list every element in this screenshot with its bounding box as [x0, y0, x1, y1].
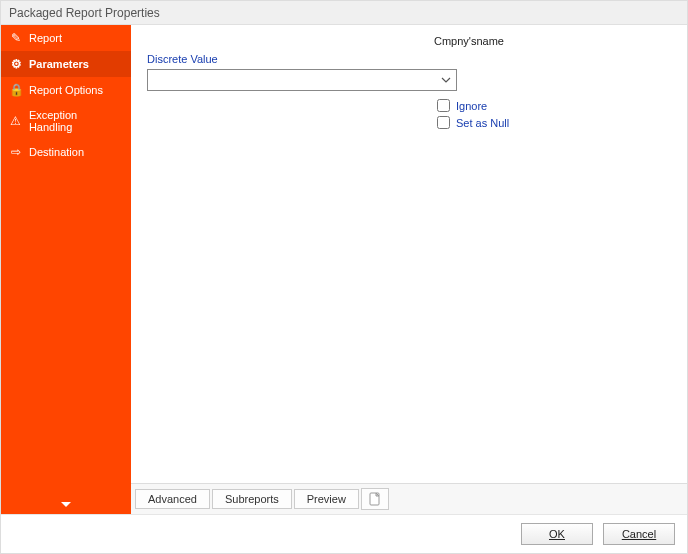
sidebar-item-destination[interactable]: ⇨ Destination: [1, 139, 131, 165]
set-null-label: Set as Null: [456, 117, 509, 129]
tab-subreports[interactable]: Subreports: [212, 489, 292, 509]
tab-advanced[interactable]: Advanced: [135, 489, 210, 509]
body: ✎ Report ⚙ Parameters 🔒 Report Options ⚠…: [1, 25, 687, 514]
sidebar: ✎ Report ⚙ Parameters 🔒 Report Options ⚠…: [1, 25, 131, 514]
set-null-row: Set as Null: [437, 116, 671, 129]
arrow-icon: ⇨: [9, 145, 23, 159]
page-icon: [368, 492, 382, 506]
tab-preview[interactable]: Preview: [294, 489, 359, 509]
sidebar-item-label: Report Options: [29, 84, 103, 96]
sidebar-item-label: Report: [29, 32, 62, 44]
ok-label: OK: [549, 528, 565, 540]
sidebar-item-report-options[interactable]: 🔒 Report Options: [1, 77, 131, 103]
lock-icon: 🔒: [9, 83, 23, 97]
sidebar-item-label: Parameters: [29, 58, 89, 70]
window-title: Packaged Report Properties: [9, 6, 160, 20]
discrete-value-label: Discrete Value: [147, 53, 671, 65]
chevron-down-icon: [61, 502, 71, 507]
cancel-button[interactable]: Cancel: [603, 523, 675, 545]
warning-icon: ⚠: [9, 114, 23, 128]
cancel-label: Cancel: [622, 528, 656, 540]
pencil-icon: ✎: [9, 31, 23, 45]
sidebar-item-exception-handling[interactable]: ⚠ Exception Handling: [1, 103, 131, 139]
ignore-label: Ignore: [456, 100, 487, 112]
chevron-down-icon: [438, 77, 454, 83]
content-area: Cmpny'sname Discrete Value Ignore Set as…: [131, 25, 687, 483]
main-panel: Cmpny'sname Discrete Value Ignore Set as…: [131, 25, 687, 514]
sidebar-collapse[interactable]: [1, 494, 131, 514]
tab-row: Advanced Subreports Preview: [131, 483, 687, 514]
sidebar-item-label: Destination: [29, 146, 84, 158]
gear-icon: ⚙: [9, 57, 23, 71]
discrete-value-combo[interactable]: [147, 69, 457, 91]
titlebar: Packaged Report Properties: [1, 1, 687, 25]
sidebar-item-report[interactable]: ✎ Report: [1, 25, 131, 51]
sidebar-item-parameters[interactable]: ⚙ Parameters: [1, 51, 131, 77]
sidebar-items: ✎ Report ⚙ Parameters 🔒 Report Options ⚠…: [1, 25, 131, 494]
dialog-footer: OK Cancel: [1, 514, 687, 553]
parameter-header: Cmpny'sname: [147, 35, 671, 47]
dialog-window: Packaged Report Properties ✎ Report ⚙ Pa…: [0, 0, 688, 554]
ignore-checkbox[interactable]: [437, 99, 450, 112]
set-null-checkbox[interactable]: [437, 116, 450, 129]
ok-button[interactable]: OK: [521, 523, 593, 545]
ignore-row: Ignore: [437, 99, 671, 112]
sidebar-item-label: Exception Handling: [29, 109, 123, 133]
tab-page-icon[interactable]: [361, 488, 389, 510]
